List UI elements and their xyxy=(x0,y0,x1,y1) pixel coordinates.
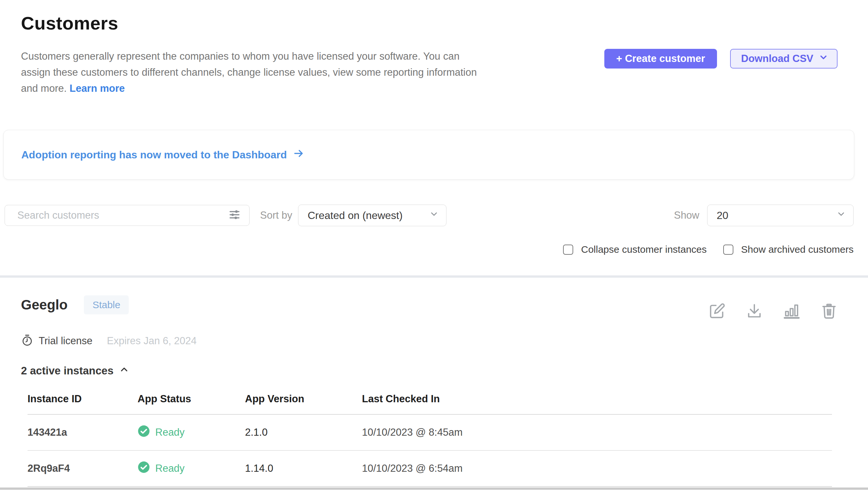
description-line-2: assign these customers to different chan… xyxy=(21,67,477,78)
search-input[interactable] xyxy=(17,210,227,221)
sliders-filter-icon[interactable] xyxy=(227,207,242,224)
show-archived-checkbox[interactable] xyxy=(723,244,733,255)
adoption-reporting-banner[interactable]: Adoption reporting has now moved to the … xyxy=(3,130,854,180)
instances-toggle[interactable]: 2 active instances xyxy=(21,364,129,377)
sort-by-label: Sort by xyxy=(260,210,292,221)
app-status: Ready xyxy=(137,461,245,476)
chevron-down-icon xyxy=(429,209,439,222)
chevron-down-icon xyxy=(819,53,828,65)
page-title: Customers xyxy=(21,12,838,34)
col-header-app-version: App Version xyxy=(245,393,362,405)
last-checked-in: 10/10/2023 @ 8:45am xyxy=(362,427,832,438)
collapse-instances-label: Collapse customer instances xyxy=(581,244,707,255)
page-description: Customers generally represent the compan… xyxy=(21,48,477,96)
show-archived-label: Show archived customers xyxy=(741,244,854,255)
instance-id: 143421a xyxy=(28,427,137,438)
app-version: 2.1.0 xyxy=(245,427,362,438)
trash-icon[interactable] xyxy=(821,302,838,320)
table-row: 143421a Ready 2.1.0 10/10/2023 @ 8:45am xyxy=(28,415,832,451)
instances-toggle-label: 2 active instances xyxy=(21,365,114,377)
col-header-last-checked-in: Last Checked In xyxy=(362,393,832,405)
create-customer-button[interactable]: + Create customer xyxy=(604,49,717,69)
last-checked-in: 10/10/2023 @ 6:54am xyxy=(362,463,832,474)
section-divider xyxy=(0,275,868,278)
app-status-label: Ready xyxy=(155,427,185,438)
license-info: Trial license Expires Jan 6, 2024 xyxy=(21,334,838,348)
app-version: 1.14.0 xyxy=(245,463,362,474)
list-options: Collapse customer instances Show archive… xyxy=(0,244,868,255)
download-csv-label: Download CSV xyxy=(741,53,813,65)
show-select[interactable]: 20 xyxy=(707,204,854,226)
sort-select-value: Created on (newest) xyxy=(308,210,402,222)
download-icon[interactable] xyxy=(746,302,763,320)
customers-page: Customers Customers generally represent … xyxy=(0,0,868,497)
description-line-3: and more. xyxy=(21,83,67,94)
page-header: Customers Customers generally represent … xyxy=(0,0,868,96)
channel-badge: Stable xyxy=(84,295,129,314)
collapse-instances-option[interactable]: Collapse customer instances xyxy=(563,244,707,255)
edit-icon[interactable] xyxy=(708,302,725,320)
app-status-label: Ready xyxy=(155,463,185,474)
arrow-right-icon xyxy=(293,147,305,162)
license-expiry: Expires Jan 6, 2024 xyxy=(107,335,196,347)
show-archived-option[interactable]: Show archived customers xyxy=(723,244,854,255)
list-controls: Sort by Created on (newest) Show 20 xyxy=(0,204,868,226)
show-select-value: 20 xyxy=(717,210,729,222)
bar-chart-icon[interactable] xyxy=(783,302,800,320)
customer-card: Geeglo Stable xyxy=(0,278,868,487)
description-line-1: Customers generally represent the compan… xyxy=(21,51,459,62)
collapse-instances-checkbox[interactable] xyxy=(563,244,573,255)
app-status: Ready xyxy=(137,425,245,440)
chevron-down-icon xyxy=(836,209,846,222)
instances-table: Instance ID App Status App Version Last … xyxy=(28,387,832,487)
download-csv-button[interactable]: Download CSV xyxy=(730,49,838,69)
chevron-up-icon xyxy=(119,364,129,377)
check-circle-icon xyxy=(137,425,150,440)
learn-more-link[interactable]: Learn more xyxy=(70,83,125,94)
timer-icon xyxy=(21,334,39,348)
customer-name[interactable]: Geeglo xyxy=(21,297,68,313)
search-box xyxy=(4,205,250,226)
sort-select[interactable]: Created on (newest) xyxy=(298,204,446,226)
table-header-row: Instance ID App Status App Version Last … xyxy=(28,387,832,415)
check-circle-icon xyxy=(137,461,150,476)
instance-id: 2Rq9aF4 xyxy=(28,463,137,474)
license-type: Trial license xyxy=(39,335,92,347)
table-row: 2Rq9aF4 Ready 1.14.0 10/10/2023 @ 6:54am xyxy=(28,451,832,487)
bottom-divider xyxy=(0,487,868,490)
banner-link-text[interactable]: Adoption reporting has now moved to the … xyxy=(21,149,287,161)
col-header-instance-id: Instance ID xyxy=(28,393,137,405)
col-header-app-status: App Status xyxy=(137,393,245,405)
customer-actions xyxy=(708,302,838,320)
header-actions: + Create customer Download CSV xyxy=(604,49,838,69)
show-label: Show xyxy=(674,210,699,221)
